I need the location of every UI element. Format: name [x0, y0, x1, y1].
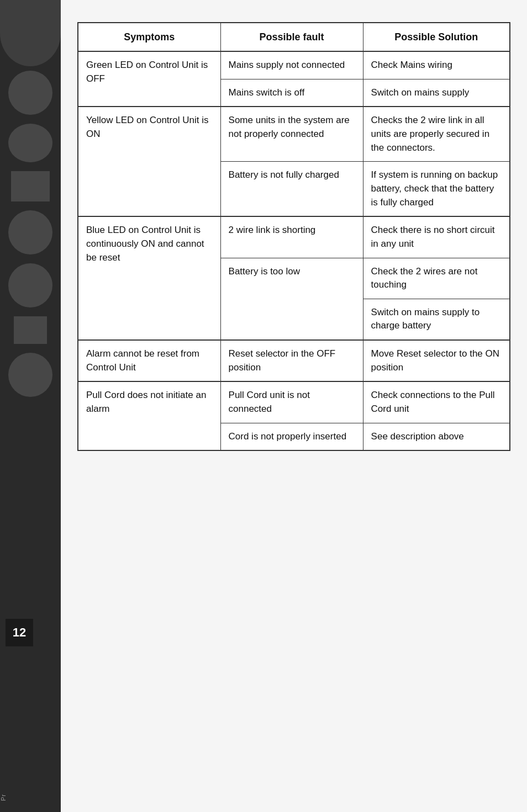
fault-pull-cord-not-connected: Pull Cord unit is not connected — [220, 381, 363, 423]
symptom-green-led: Green LED on Control Unit is OFF — [78, 51, 220, 107]
fault-reset-off: Reset selector in the OFF position — [220, 340, 363, 381]
fault-battery-not-charged: Battery is not fully charged — [220, 162, 363, 216]
table-header-row: Symptoms Possible fault Possible Solutio… — [78, 23, 510, 51]
sidebar-text: Pr — [0, 794, 7, 801]
page-container: 12 Pr Symptoms Possible fault Possible S… — [0, 0, 527, 812]
fault-mains-not-connected: Mains supply not connected — [220, 51, 363, 79]
solution-see-description: See description above — [363, 423, 510, 450]
solution-check-wire-link: Checks the 2 wire link in all units are … — [363, 107, 510, 161]
sidebar: 12 Pr — [0, 0, 61, 812]
header-symptoms: Symptoms — [78, 23, 220, 51]
symptom-pull-cord: Pull Cord does not initiate an alarm — [78, 381, 220, 450]
main-content: Symptoms Possible fault Possible Solutio… — [61, 0, 527, 812]
solution-switch-mains: Switch on mains supply — [363, 79, 510, 107]
table-row: Pull Cord does not initiate an alarm Pul… — [78, 381, 510, 423]
table-row: Yellow LED on Control Unit is ON Some un… — [78, 107, 510, 161]
solution-wires-not-touching: Check the 2 wires are not touching — [363, 258, 510, 299]
table-row: Blue LED on Control Unit is continuously… — [78, 216, 510, 258]
symptom-yellow-led: Yellow LED on Control Unit is ON — [78, 107, 220, 216]
table-row: Green LED on Control Unit is OFF Mains s… — [78, 51, 510, 79]
fault-mains-switch-off: Mains switch is off — [220, 79, 363, 107]
fault-units-not-connected: Some units in the system are not properl… — [220, 107, 363, 161]
solution-check-pull-cord: Check connections to the Pull Cord unit — [363, 381, 510, 423]
symptom-blue-led: Blue LED on Control Unit is continuously… — [78, 216, 220, 340]
fault-wire-shorting: 2 wire link is shorting — [220, 216, 363, 258]
solution-check-battery: If system is running on backup battery, … — [363, 162, 510, 216]
fault-cord-not-inserted: Cord is not properly inserted — [220, 423, 363, 450]
table-row: Alarm cannot be reset from Control Unit … — [78, 340, 510, 381]
solution-check-mains: Check Mains wiring — [363, 51, 510, 79]
symptom-alarm-reset: Alarm cannot be reset from Control Unit — [78, 340, 220, 381]
page-number: 12 — [6, 619, 33, 646]
header-solution: Possible Solution — [363, 23, 510, 51]
header-fault: Possible fault — [220, 23, 363, 51]
solution-reset-on: Move Reset selector to the ON position — [363, 340, 510, 381]
solution-charge-battery: Switch on mains supply to charge battery — [363, 299, 510, 340]
troubleshooting-table: Symptoms Possible fault Possible Solutio… — [77, 22, 510, 451]
solution-no-short-circuit: Check there is no short circuit in any u… — [363, 216, 510, 258]
sidebar-decoration — [0, 0, 61, 812]
fault-battery-low: Battery is too low — [220, 258, 363, 340]
